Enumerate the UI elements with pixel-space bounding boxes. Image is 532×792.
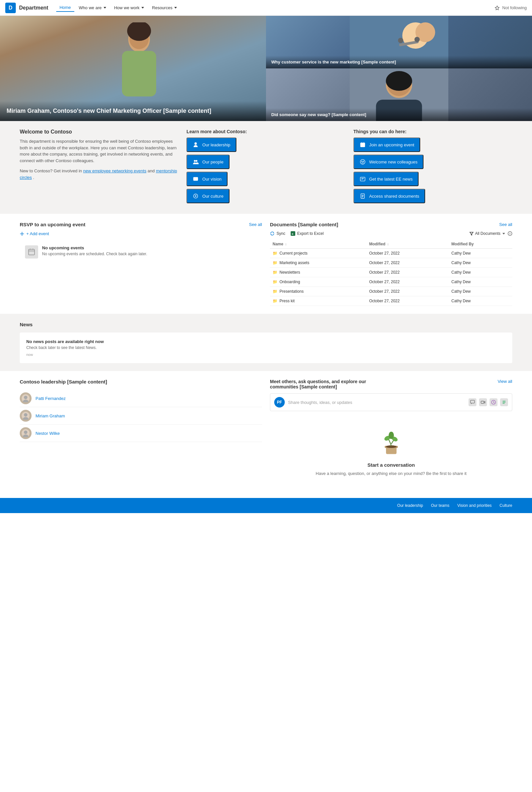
join-event-label: Join an upcoming event: [369, 143, 414, 147]
welcome-colleagues-label: Welcome new colleagues: [369, 159, 418, 165]
file-modified: October 27, 2022: [367, 296, 449, 306]
start-conversation-title: Start a conversation: [277, 462, 506, 468]
footer: Our leadership Our teams Vision and prio…: [0, 498, 532, 513]
our-people-button[interactable]: Our people: [186, 155, 229, 169]
our-vision-button[interactable]: Our vision: [186, 172, 228, 186]
not-following-button[interactable]: Not following: [495, 5, 527, 11]
view-all-button[interactable]: View all: [497, 379, 512, 384]
footer-culture[interactable]: Culture: [499, 503, 512, 508]
svg-marker-0: [495, 6, 499, 10]
community-placeholder[interactable]: Share thoughts, ideas, or updates: [288, 400, 465, 405]
file-modified: October 27, 2022: [367, 258, 449, 268]
file-modified-by: Cathy Dew: [449, 258, 512, 268]
add-event-button[interactable]: + Add event: [20, 231, 262, 236]
svg-point-9: [398, 38, 403, 43]
news-title: News: [20, 322, 512, 327]
no-news-time: now: [26, 353, 506, 357]
svg-text:X: X: [292, 232, 293, 235]
plus-icon: [20, 231, 24, 236]
nav-how-we-work[interactable]: How we work: [111, 4, 147, 12]
table-row[interactable]: 📁Newsletters October 27, 2022 Cathy Dew: [270, 268, 512, 277]
person-row[interactable]: Patti Fernandez: [20, 390, 262, 407]
table-row[interactable]: 📁Presentations October 27, 2022 Cathy De…: [270, 287, 512, 296]
folder-icon: 📁: [272, 299, 278, 303]
hero-main-title: Miriam Graham, Contoso's new Chief Marke…: [6, 108, 260, 114]
shared-docs-label: Access shared documents: [369, 194, 419, 199]
welcome-links-text: New to Contoso? Get involved in new empl…: [20, 168, 178, 181]
hero-main[interactable]: Miriam Graham, Contoso's new Chief Marke…: [0, 16, 266, 121]
svg-rect-17: [360, 143, 365, 147]
nav-links: Home Who we are How we work Resources: [56, 4, 495, 12]
export-excel-button[interactable]: X Export to Excel: [291, 231, 324, 236]
person-row[interactable]: Nestor Wilke: [20, 425, 262, 442]
svg-point-10: [415, 37, 420, 42]
chevron-down-icon: [141, 7, 144, 8]
welcome-colleagues-button[interactable]: Welcome new colleagues: [354, 155, 423, 169]
things-section: Things you can do here: Join an upcoming…: [354, 129, 512, 206]
shared-docs-button[interactable]: Access shared documents: [354, 189, 425, 203]
footer-vision[interactable]: Vision and priorities: [457, 503, 492, 508]
avatar: [20, 427, 32, 439]
col-modified[interactable]: Modified ↕: [367, 240, 449, 249]
networking-events-link[interactable]: new employee networking events: [83, 168, 146, 173]
list-icon[interactable]: [500, 398, 508, 406]
svg-rect-16: [193, 177, 198, 181]
hero-section: Miriam Graham, Contoso's new Chief Marke…: [0, 16, 532, 121]
hero-sub-1[interactable]: Why customer service is the new marketin…: [266, 16, 532, 69]
start-conversation: Start a conversation Have a learning, qu…: [270, 416, 512, 490]
svg-point-19: [362, 161, 362, 162]
video-icon[interactable]: [479, 398, 487, 406]
filter-icon: [469, 231, 474, 236]
nav-home[interactable]: Home: [56, 4, 74, 12]
file-modified-by: Cathy Dew: [449, 268, 512, 277]
table-row[interactable]: 📁Onboarding October 27, 2022 Cathy Dew: [270, 277, 512, 287]
navigation: D Department Home Who we are How we work…: [0, 0, 532, 16]
footer-leadership[interactable]: Our leadership: [397, 503, 423, 508]
person-name[interactable]: Miriam Graham: [36, 413, 65, 418]
person-row[interactable]: Miriam Graham: [20, 407, 262, 425]
people-group-icon: [192, 158, 199, 165]
our-culture-button[interactable]: Our culture: [186, 189, 229, 203]
footer-teams[interactable]: Our teams: [431, 503, 450, 508]
events-see-all[interactable]: See all: [249, 222, 262, 227]
sync-button[interactable]: Sync: [270, 231, 285, 236]
our-leadership-button[interactable]: Our leadership: [186, 137, 236, 152]
no-news: No news posts are available right now Ch…: [20, 333, 512, 363]
info-icon: [508, 231, 512, 236]
hero-main-overlay: Miriam Graham, Contoso's new Chief Marke…: [0, 101, 266, 121]
events-title: RSVP to an upcoming event: [20, 222, 86, 227]
docs-see-all[interactable]: See all: [499, 222, 512, 227]
no-news-sub: Check back later to see the latest News.: [26, 345, 506, 350]
table-row[interactable]: 📁Marketing assets October 27, 2022 Cathy…: [270, 258, 512, 268]
learn-section: Learn more about Contoso: Our leadership…: [186, 129, 345, 206]
person-name[interactable]: Nestor Wilke: [36, 431, 60, 436]
people-icon: [192, 142, 199, 148]
culture-icon: [192, 193, 199, 199]
calendar-icon: [27, 248, 36, 256]
svg-point-28: [24, 396, 27, 399]
table-row[interactable]: 📁Press kit October 27, 2022 Cathy Dew: [270, 296, 512, 306]
no-events-text: No upcoming events No upcoming events ar…: [42, 245, 147, 256]
col-name[interactable]: Name ↕: [270, 240, 367, 249]
nav-resources[interactable]: Resources: [149, 4, 180, 12]
chevron-down-icon: [174, 7, 177, 8]
leadership-title: Contoso leadership [Sample content]: [20, 379, 262, 384]
join-event-button[interactable]: Join an upcoming event: [354, 137, 420, 152]
docs-icon: [359, 193, 366, 199]
our-leadership-label: Our leadership: [202, 143, 230, 147]
svg-rect-23: [28, 249, 35, 255]
col-modified-by: Modified By: [449, 240, 512, 249]
nav-who-we-are[interactable]: Who we are: [76, 4, 110, 12]
person-name[interactable]: Patti Fernandez: [36, 396, 66, 401]
file-name: Newsletters: [280, 270, 300, 275]
svg-point-44: [388, 432, 394, 439]
docs-title: Documents [Sample content]: [270, 222, 338, 227]
hero-sub-2[interactable]: Did someone say new swag? [Sample conten…: [266, 69, 532, 121]
table-row[interactable]: 📁Current projects October 27, 2022 Cathy…: [270, 249, 512, 258]
ee-news-button[interactable]: Get the latest EE news: [354, 172, 419, 186]
poll-icon[interactable]: [490, 398, 497, 406]
chat-icon[interactable]: [469, 398, 476, 406]
folder-icon: 📁: [272, 261, 278, 265]
doc-filter[interactable]: All Documents: [469, 231, 512, 236]
file-name: Presentations: [280, 289, 303, 294]
